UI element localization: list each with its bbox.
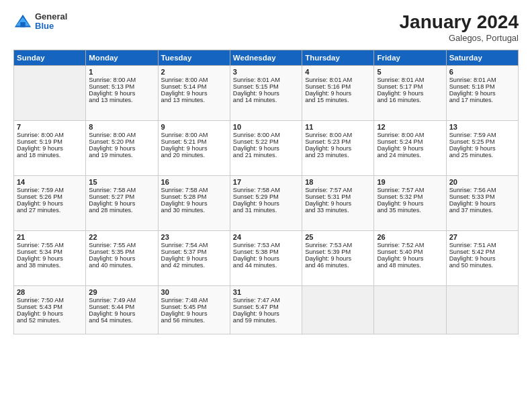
day-info: Sunset: 5:19 PM — [17, 138, 83, 145]
day-info: Sunrise: 7:49 AM — [89, 297, 154, 304]
table-row: 22Sunrise: 7:55 AMSunset: 5:35 PMDayligh… — [86, 230, 158, 285]
day-info: Daylight: 9 hours — [89, 310, 154, 317]
day-info: and 30 minutes. — [161, 207, 227, 214]
table-row: 27Sunrise: 7:51 AMSunset: 5:42 PMDayligh… — [446, 230, 518, 285]
day-info: Daylight: 9 hours — [377, 255, 443, 262]
day-info: and 54 minutes. — [89, 317, 154, 324]
day-info: Sunset: 5:14 PM — [161, 83, 227, 90]
day-info: Daylight: 9 hours — [449, 200, 515, 207]
day-info: Sunset: 5:32 PM — [377, 193, 443, 200]
day-info: Daylight: 9 hours — [17, 255, 83, 262]
table-row: 19Sunrise: 7:57 AMSunset: 5:32 PMDayligh… — [374, 175, 446, 230]
day-number: 25 — [305, 233, 371, 241]
table-row: 4Sunrise: 8:01 AMSunset: 5:16 PMDaylight… — [302, 65, 374, 120]
col-wednesday: Wednesday — [230, 50, 302, 65]
table-row: 25Sunrise: 7:53 AMSunset: 5:39 PMDayligh… — [302, 230, 374, 285]
day-info: Sunset: 5:28 PM — [161, 193, 227, 200]
col-sunday: Sunday — [14, 50, 86, 65]
logo-blue: Blue — [35, 21, 67, 31]
day-info: and 13 minutes. — [161, 97, 227, 103]
table-row: 30Sunrise: 7:48 AMSunset: 5:45 PMDayligh… — [158, 285, 230, 334]
title-block: January 2024 Galegos, Portugal — [400, 12, 519, 43]
day-info: and 19 minutes. — [89, 152, 154, 158]
calendar-header-row: Sunday Monday Tuesday Wednesday Thursday… — [14, 50, 519, 65]
day-info: and 52 minutes. — [17, 317, 83, 324]
day-number: 29 — [89, 288, 154, 296]
day-info: Sunset: 5:31 PM — [305, 193, 371, 200]
day-info: and 59 minutes. — [233, 317, 299, 324]
day-info: Sunrise: 7:50 AM — [17, 297, 83, 304]
month-title: January 2024 — [400, 12, 519, 33]
day-info: Daylight: 9 hours — [449, 90, 515, 97]
day-info: and 13 minutes. — [89, 97, 154, 103]
day-info: Daylight: 9 hours — [377, 200, 443, 207]
day-info: Sunrise: 7:55 AM — [89, 242, 154, 248]
day-number: 6 — [449, 68, 515, 76]
table-row: 9Sunrise: 8:00 AMSunset: 5:21 PMDaylight… — [158, 120, 230, 175]
day-info: Sunrise: 8:01 AM — [377, 77, 443, 83]
day-info: Daylight: 9 hours — [89, 90, 154, 97]
day-number: 9 — [161, 123, 227, 131]
day-info: Sunset: 5:18 PM — [449, 83, 515, 90]
logo-icon — [13, 12, 32, 31]
day-info: Sunset: 5:21 PM — [161, 138, 227, 145]
svg-rect-2 — [20, 22, 25, 27]
table-row: 10Sunrise: 8:00 AMSunset: 5:22 PMDayligh… — [230, 120, 302, 175]
page: General Blue January 2024 Galegos, Portu… — [0, 0, 532, 411]
table-row: 2Sunrise: 8:00 AMSunset: 5:14 PMDaylight… — [158, 65, 230, 120]
day-info: Sunset: 5:24 PM — [377, 138, 443, 145]
day-info: Sunset: 5:29 PM — [233, 193, 299, 200]
day-info: Sunrise: 8:01 AM — [449, 77, 515, 83]
day-number: 26 — [377, 233, 443, 241]
day-info: Sunrise: 7:55 AM — [17, 242, 83, 248]
day-info: and 35 minutes. — [377, 207, 443, 214]
day-number: 30 — [161, 288, 227, 296]
table-row: 1Sunrise: 8:00 AMSunset: 5:13 PMDaylight… — [86, 65, 158, 120]
day-info: Daylight: 9 hours — [233, 310, 299, 317]
day-info: Daylight: 9 hours — [161, 90, 227, 97]
logo-general: General — [35, 12, 67, 21]
day-info: Daylight: 9 hours — [305, 145, 371, 152]
day-number: 12 — [377, 123, 443, 131]
day-info: Sunset: 5:47 PM — [233, 304, 299, 310]
day-info: Sunset: 5:17 PM — [377, 83, 443, 90]
day-info: and 46 minutes. — [305, 262, 371, 269]
table-row: 23Sunrise: 7:54 AMSunset: 5:37 PMDayligh… — [158, 230, 230, 285]
day-info: Daylight: 9 hours — [377, 145, 443, 152]
day-info: Daylight: 9 hours — [161, 310, 227, 317]
table-row: 11Sunrise: 8:00 AMSunset: 5:23 PMDayligh… — [302, 120, 374, 175]
day-number: 22 — [89, 233, 154, 241]
day-info: and 16 minutes. — [377, 97, 443, 103]
day-info: and 50 minutes. — [449, 262, 515, 269]
day-info: Sunset: 5:33 PM — [449, 193, 515, 200]
table-row: 16Sunrise: 7:58 AMSunset: 5:28 PMDayligh… — [158, 175, 230, 230]
day-info: and 56 minutes. — [161, 317, 227, 324]
day-info: Daylight: 9 hours — [17, 145, 83, 152]
day-info: and 44 minutes. — [233, 262, 299, 269]
day-info: Sunrise: 7:58 AM — [233, 187, 299, 193]
day-info: and 42 minutes. — [161, 262, 227, 269]
day-info: Sunrise: 7:56 AM — [449, 187, 515, 193]
day-number: 21 — [17, 233, 83, 241]
day-info: Sunset: 5:22 PM — [233, 138, 299, 145]
day-info: Sunset: 5:13 PM — [89, 83, 154, 90]
day-info: Sunrise: 8:00 AM — [305, 132, 371, 138]
day-info: and 28 minutes. — [89, 207, 154, 214]
day-info: and 24 minutes. — [377, 152, 443, 158]
day-info: Sunrise: 8:00 AM — [161, 132, 227, 138]
col-saturday: Saturday — [446, 50, 518, 65]
day-info: Daylight: 9 hours — [89, 145, 154, 152]
day-info: Sunset: 5:39 PM — [305, 248, 371, 255]
day-info: and 23 minutes. — [305, 152, 371, 158]
day-info: and 33 minutes. — [305, 207, 371, 214]
day-number: 18 — [305, 178, 371, 186]
day-info: Sunrise: 7:54 AM — [161, 242, 227, 248]
table-row: 28Sunrise: 7:50 AMSunset: 5:43 PMDayligh… — [14, 285, 86, 334]
day-info: Sunset: 5:20 PM — [89, 138, 154, 145]
day-info: Daylight: 9 hours — [17, 200, 83, 207]
day-info: Daylight: 9 hours — [233, 200, 299, 207]
day-info: Sunrise: 7:57 AM — [305, 187, 371, 193]
calendar: Sunday Monday Tuesday Wednesday Thursday… — [13, 50, 519, 334]
day-number: 8 — [89, 123, 154, 131]
table-row: 5Sunrise: 8:01 AMSunset: 5:17 PMDaylight… — [374, 65, 446, 120]
